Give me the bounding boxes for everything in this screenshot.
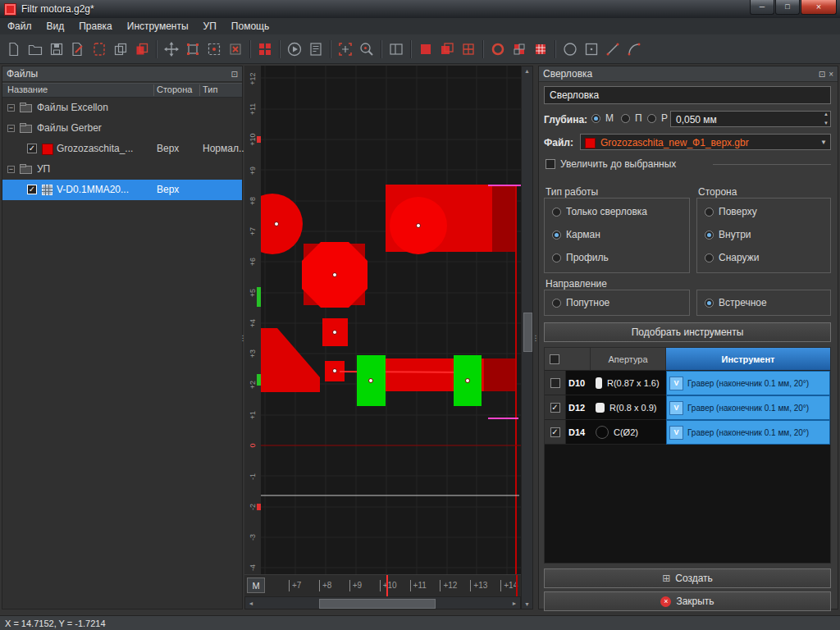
tree-row-up-file-selected[interactable]: ✓ V-D0.1MMA20... Верх [2, 180, 242, 200]
work-type-drill-only[interactable]: Только сверловка [552, 206, 647, 217]
paste-special-icon[interactable] [89, 39, 110, 60]
report-icon[interactable] [305, 39, 326, 60]
depth-spinbox[interactable]: 0,050 мм ▲ ▼ [670, 111, 831, 127]
header-aperture[interactable]: Апертура [591, 348, 666, 371]
draw-line-icon[interactable] [602, 39, 623, 60]
tree-row-excellon[interactable]: − Файлы Excellon [2, 98, 242, 118]
tool-row-d10[interactable]: ✓ D10 R(0.87 x 1.6) VГравер (наконечник … [545, 371, 830, 395]
horizontal-scrollbar[interactable]: ◄ ► [244, 596, 521, 609]
panels-icon[interactable] [386, 39, 407, 60]
scroll-right-icon[interactable]: ► [510, 600, 518, 606]
toolbar-separator [156, 40, 158, 58]
tool-cell[interactable]: VГравер (наконечник 0.1 мм, 20°) [666, 395, 830, 420]
menu-item[interactable]: Правка [71, 18, 120, 34]
transform-tool-icon[interactable] [182, 39, 203, 60]
pcb-canvas [261, 66, 521, 574]
float-panel-icon[interactable]: ⊡ [231, 70, 238, 79]
tree-row-gerber[interactable]: − Файлы Gerber [2, 118, 242, 139]
header-checkbox-cell[interactable]: ✓ [545, 348, 591, 371]
center-view-icon[interactable] [335, 39, 356, 60]
depth-mode-r[interactable]: Р [647, 112, 668, 124]
draw-arc-icon[interactable] [623, 39, 645, 60]
pad-grid-icon[interactable] [530, 39, 551, 60]
tree-row-gerber-file[interactable]: ✓ Grozozaschita_... Верх Нормал... [2, 139, 242, 159]
close-panel-icon[interactable]: × [829, 70, 833, 79]
operation-name-input[interactable] [544, 86, 831, 104]
row-checkbox[interactable]: ✓ [550, 427, 560, 437]
units-button[interactable]: М [247, 578, 265, 593]
close-button[interactable]: × [801, 0, 837, 15]
files-panel: Файлы ⊡ Название Сторона Тип − Файлы Exc… [2, 66, 243, 609]
depth-mode-p[interactable]: П [621, 112, 642, 124]
float-panel-icon[interactable]: ⊡ [819, 70, 825, 79]
work-type-pocket[interactable]: Карман [552, 229, 600, 240]
direction-conventional[interactable]: Встречное [705, 297, 767, 308]
pad-checker-icon[interactable] [509, 39, 530, 60]
tool-row-d14[interactable]: ✓ D14 C(Ø2) VГравер (наконечник 0.1 мм, … [545, 420, 830, 445]
close-dialog-button[interactable]: × Закрыть [544, 591, 831, 611]
file-combobox[interactable]: Grozozaschita_new_Ф1_верх.gbr ▼ [580, 134, 831, 150]
select-region-icon[interactable] [203, 39, 225, 60]
draw-circle-icon[interactable] [559, 39, 581, 60]
layer-grid-icon[interactable] [458, 39, 479, 60]
minimize-button[interactable]: ─ [750, 0, 774, 15]
tool-cell[interactable]: VГравер (наконечник 0.1 мм, 20°) [666, 371, 830, 395]
depth-mode-m[interactable]: М [591, 112, 614, 124]
spin-down-icon[interactable]: ▼ [824, 121, 829, 126]
array-copy-icon[interactable] [254, 39, 276, 60]
menu-item[interactable]: Помощь [224, 18, 276, 34]
collapse-icon[interactable]: − [7, 125, 15, 132]
scroll-down-icon[interactable]: ▼ [522, 601, 532, 607]
move-tool-icon[interactable] [161, 39, 182, 60]
layer-top-icon[interactable] [415, 39, 436, 60]
row-checkbox[interactable]: ✓ [550, 403, 560, 413]
pad-ring-icon[interactable] [487, 39, 509, 60]
work-type-profile[interactable]: Профиль [552, 252, 609, 263]
scroll-left-icon[interactable]: ◄ [247, 600, 255, 606]
spin-up-icon[interactable]: ▲ [824, 112, 829, 116]
new-file-icon[interactable] [3, 39, 25, 60]
column-side[interactable]: Сторона [157, 84, 192, 94]
horizontal-scroll-thumb[interactable] [319, 599, 436, 609]
collapse-icon[interactable]: − [7, 166, 15, 173]
zoom-to-selected-checkbox[interactable]: ✓ Увеличить до выбранных [546, 158, 676, 170]
menu-item[interactable]: Инструменты [120, 18, 196, 34]
column-name[interactable]: Название [7, 84, 48, 94]
open-file-icon[interactable] [25, 39, 46, 60]
create-icon: ⊞ [662, 573, 670, 584]
vertical-scroll-thumb[interactable] [523, 313, 532, 352]
create-button[interactable]: ⊞ Создать [544, 568, 831, 588]
header-tool[interactable]: Инструмент [666, 348, 830, 371]
layer-pair-icon[interactable] [436, 39, 458, 60]
delete-region-icon[interactable] [225, 39, 246, 60]
dropdown-icon[interactable]: ▼ [820, 139, 827, 146]
menu-item[interactable]: УП [196, 18, 224, 34]
menu-item[interactable]: Вид [39, 18, 72, 34]
tool-row-d12[interactable]: ✓ D12 R(0.8 x 0.9) VГравер (наконечник 0… [545, 395, 830, 420]
column-type[interactable]: Тип [203, 84, 217, 94]
draw-rect-icon[interactable] [581, 39, 602, 60]
side-outside[interactable]: Снаружи [705, 252, 759, 263]
file-value: Grozozaschita_new_Ф1_верх.gbr [600, 137, 749, 148]
side-over[interactable]: Поверху [705, 206, 757, 217]
save-icon[interactable] [46, 39, 67, 60]
layer-visible-checkbox[interactable]: ✓ [27, 144, 37, 153]
program-enabled-checkbox[interactable]: ✓ [27, 185, 37, 194]
run-program-icon[interactable] [284, 39, 305, 60]
tree-row-up[interactable]: − УП [2, 159, 242, 180]
find-drills-icon[interactable] [356, 39, 377, 60]
pcb-viewport[interactable] [261, 66, 521, 574]
copy-red-layers-icon[interactable] [131, 39, 153, 60]
side-inside[interactable]: Внутри [705, 229, 751, 240]
scroll-up-icon[interactable]: ▲ [522, 68, 532, 74]
menu-item[interactable]: Файл [0, 18, 39, 34]
row-checkbox[interactable]: ✓ [550, 378, 560, 388]
direction-climb[interactable]: Попутное [552, 297, 609, 308]
pick-tools-button[interactable]: Подобрать инструменты [544, 322, 831, 342]
copy-icon[interactable] [110, 39, 131, 60]
collapse-icon[interactable]: − [7, 104, 15, 112]
maximize-button[interactable]: □ [775, 0, 800, 15]
tool-cell[interactable]: VГравер (наконечник 0.1 мм, 20°) [666, 420, 830, 445]
select-all-checkbox: ✓ [550, 354, 559, 364]
edit-document-icon[interactable] [67, 39, 89, 60]
